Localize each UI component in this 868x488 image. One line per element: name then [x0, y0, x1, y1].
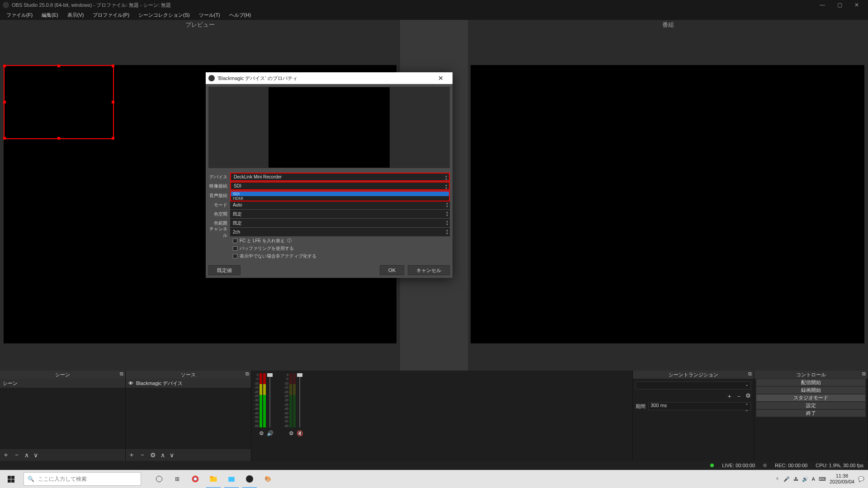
- svg-rect-3: [210, 477, 217, 482]
- tray-ime-icon[interactable]: A: [812, 476, 815, 482]
- help-icon[interactable]: ⓘ: [287, 238, 292, 244]
- channel-settings-icon[interactable]: ⚙: [259, 430, 264, 436]
- transition-select[interactable]: ⌄: [636, 381, 751, 389]
- defaults-button[interactable]: 既定値: [208, 265, 241, 275]
- dock-popout-icon[interactable]: ⧉: [120, 371, 123, 377]
- source-add-button[interactable]: ＋: [128, 451, 135, 459]
- source-up-button[interactable]: ∧: [160, 451, 165, 459]
- field-colorspace[interactable]: 既定▴▾: [230, 210, 450, 218]
- svg-rect-5: [228, 477, 235, 482]
- dock-popout-icon[interactable]: ⧉: [862, 371, 866, 377]
- tray-volume-icon[interactable]: 🔊: [802, 476, 808, 482]
- duration-label: 期間: [636, 403, 646, 410]
- dock-scenes-title: シーン: [55, 371, 70, 378]
- scene-item[interactable]: シーン: [0, 379, 125, 388]
- start-streaming-button[interactable]: 配信開始: [756, 379, 866, 386]
- docks-row: シーン⧉ シーン ＋ － ∧ ∨ ソース⧉ 👁Blackmagic デバイス ＋…: [0, 371, 868, 461]
- dock-popout-icon[interactable]: ⧉: [245, 371, 249, 377]
- label-colorrange: 色範囲: [208, 220, 230, 226]
- menu-help[interactable]: ヘルプ(H): [225, 10, 255, 20]
- menu-file[interactable]: ファイル(F): [2, 10, 37, 20]
- checkbox-buffering[interactable]: [233, 246, 237, 251]
- preview-label: プレビュー: [185, 21, 215, 29]
- ok-button[interactable]: OK: [380, 265, 404, 275]
- dialog-preview: [208, 87, 450, 168]
- dock-audio-mixer: 0-5-10-15-20-25-30-35-40-45-50-55-60 ⚙🔊 …: [251, 371, 633, 461]
- field-video-connection[interactable]: SDI▴▾: [230, 182, 450, 190]
- source-down-button[interactable]: ∨: [170, 451, 174, 459]
- field-device[interactable]: DeckLink Mini Recorder▴▾: [230, 173, 450, 181]
- menu-edit[interactable]: 編集(E): [37, 10, 63, 20]
- source-item[interactable]: 👁Blackmagic デバイス: [126, 379, 251, 388]
- dialog-titlebar[interactable]: 'Blackmagic デバイス' のプロパティ ✕: [206, 72, 453, 84]
- paint-icon[interactable]: 🎨: [259, 470, 277, 488]
- obs-app-icon: [208, 75, 215, 81]
- transition-remove-button[interactable]: －: [736, 392, 742, 400]
- field-mode[interactable]: Auto▴▾: [230, 201, 450, 209]
- live-status: LIVE: 00:00:00: [722, 463, 755, 468]
- visibility-icon[interactable]: 👁: [128, 380, 133, 386]
- video-connection-dropdown: SDI HDMI: [230, 191, 450, 202]
- checkbox-deactivate[interactable]: [233, 254, 237, 258]
- store-icon[interactable]: [222, 470, 241, 488]
- start-recording-button[interactable]: 録画開始: [756, 386, 866, 394]
- task-view-icon[interactable]: ⊞: [168, 470, 186, 488]
- channel-mute-icon[interactable]: 🔇: [297, 430, 303, 436]
- tray-keyboard-icon[interactable]: ⌨: [819, 476, 826, 482]
- volume-slider[interactable]: [299, 373, 300, 427]
- tray-network-icon[interactable]: 🖧: [793, 476, 798, 482]
- channel-settings-icon[interactable]: ⚙: [289, 430, 294, 436]
- menu-view[interactable]: 表示(V): [63, 10, 89, 20]
- checkbox-swap[interactable]: [233, 239, 237, 243]
- svg-point-2: [194, 478, 197, 480]
- source-settings-button[interactable]: ⚙: [150, 451, 156, 459]
- tray-notifications-icon[interactable]: 💬: [858, 476, 864, 482]
- menu-tools[interactable]: ツール(T): [194, 10, 225, 20]
- transition-add-button[interactable]: ＋: [726, 392, 732, 400]
- volume-slider[interactable]: [269, 373, 270, 427]
- channel-speaker-icon[interactable]: 🔊: [267, 430, 274, 436]
- minimize-button[interactable]: —: [814, 0, 831, 10]
- program-canvas: [471, 65, 864, 343]
- cortana-icon[interactable]: [150, 470, 168, 488]
- properties-dialog: 'Blackmagic デバイス' のプロパティ ✕ デバイス DeckLink…: [206, 72, 453, 278]
- dock-transitions: シーントランジション⧉ ⌄ ＋ － ⚙ 期間 300 ms⌃⌄: [633, 371, 754, 461]
- field-colorrange[interactable]: 既定▴▾: [230, 219, 450, 227]
- transition-settings-button[interactable]: ⚙: [745, 392, 751, 400]
- chrome-icon[interactable]: [186, 470, 204, 488]
- settings-button[interactable]: 設定: [756, 402, 866, 409]
- scene-add-button[interactable]: ＋: [3, 451, 9, 459]
- dock-popout-icon[interactable]: ⧉: [748, 371, 752, 377]
- cancel-button[interactable]: キャンセル: [408, 265, 450, 275]
- maximize-button[interactable]: ▢: [831, 0, 848, 10]
- tray-chevron-icon[interactable]: ＾: [775, 476, 780, 483]
- dropdown-option-hdmi[interactable]: HDMI: [231, 196, 449, 201]
- field-channel[interactable]: 2ch▴▾: [230, 228, 450, 236]
- rec-status: REC: 00:00:00: [775, 463, 807, 468]
- search-placeholder: ここに入力して検索: [38, 475, 87, 483]
- start-button[interactable]: [0, 470, 22, 488]
- scene-remove-button[interactable]: －: [14, 451, 20, 459]
- label-audio-connection: 音声接続: [208, 192, 230, 199]
- obs-taskbar-icon[interactable]: [241, 470, 259, 488]
- dropdown-option-sdi[interactable]: SDI: [231, 192, 449, 196]
- menu-bar: ファイル(F) 編集(E) 表示(V) プロファイル(P) シーンコレクション(…: [0, 10, 868, 20]
- close-button[interactable]: ✕: [848, 0, 865, 10]
- scene-down-button[interactable]: ∨: [33, 451, 38, 459]
- dialog-close-button[interactable]: ✕: [432, 75, 450, 82]
- taskbar-search[interactable]: 🔍 ここに入力して検索: [24, 472, 141, 486]
- search-icon: 🔍: [28, 476, 34, 482]
- tray-clock[interactable]: 11:38 2020/09/04: [830, 473, 854, 485]
- menu-scene-collection[interactable]: シーンコレクション(S): [134, 10, 194, 20]
- live-status-dot: [710, 464, 714, 467]
- tray-mic-icon[interactable]: 🎤: [783, 476, 790, 482]
- exit-button[interactable]: 終了: [756, 409, 866, 417]
- source-remove-button[interactable]: －: [139, 451, 146, 459]
- duration-input[interactable]: 300 ms⌃⌄: [648, 402, 751, 410]
- studio-mode-button[interactable]: スタジオモード: [756, 394, 866, 402]
- label-mode: モード: [208, 202, 230, 208]
- menu-profile[interactable]: プロファイル(P): [88, 10, 134, 20]
- explorer-icon[interactable]: [204, 470, 222, 488]
- scene-up-button[interactable]: ∧: [24, 451, 29, 459]
- source-selection-box[interactable]: [4, 65, 114, 139]
